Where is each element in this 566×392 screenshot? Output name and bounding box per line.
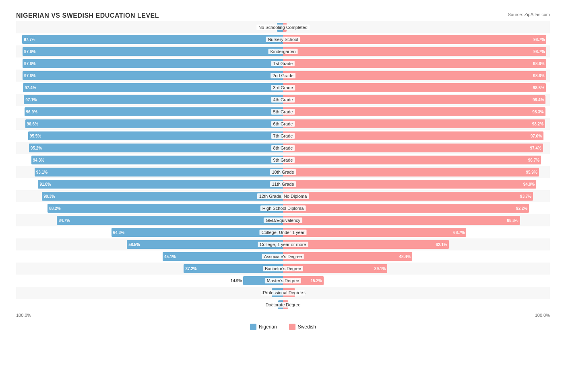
nigerian-swatch [250,324,256,330]
chart-container: NIGERIAN VS SWEDISH EDUCATION LEVEL Sour… [8,8,558,342]
bar-row: 45.1%48.4%Associate's Degree [16,250,550,263]
nigerian-value: 96.9% [26,110,37,114]
bar-row: 14.9%15.2%Master's Degree [16,275,550,287]
bar-row: 96.9%98.3%5th Grade [16,106,550,118]
nigerian-value: 95.2% [31,146,42,150]
bar-row: 95.2%97.4%8th Grade [16,142,550,154]
swedish-value: 98.7% [533,37,545,42]
bar-row: 97.6%98.6%1st Grade [16,57,550,70]
swedish-value: 97.4% [530,146,541,150]
swedish-value: 15.2% [310,279,322,283]
bar-row: 97.1%98.4%4th Grade [16,94,550,106]
swedish-value: 95.9% [526,170,537,174]
swedish-value: 98.6% [533,62,544,66]
nigerian-value: 58.5% [128,242,140,247]
chart-title: NIGERIAN VS SWEDISH EDUCATION LEVEL [16,12,159,19]
bar-row: 88.2%92.2%High School Diploma [16,202,550,214]
legend-swedish: Swedish [289,324,316,330]
nigerian-value: 93.1% [36,170,48,174]
swedish-value: 98.6% [533,74,544,78]
nigerian-value: 1.8% [268,303,277,307]
axis-labels: 100.0% 100.0% [16,313,550,318]
bar-row: 1.8%2%Doctorate Degree [16,299,550,311]
nigerian-value: 84.7% [58,218,70,223]
swedish-value: 98.3% [532,110,543,114]
nigerian-value: 2.3% [266,25,276,30]
swedish-swatch [289,324,295,330]
swedish-value: 1.4% [288,25,297,30]
bar-row: 97.4%98.5%3rd Grade [16,82,550,94]
bar-row: 97.6%98.6%2nd Grade [16,70,550,82]
bar-row: 37.2%39.1%Bachelor's Degree [16,263,550,275]
nigerian-value: 90.3% [43,194,55,199]
nigerian-value: 4.2% [261,291,271,295]
bar-row: 94.3%96.7%9th Grade [16,154,550,166]
bar-row: 97.6%98.7%Kindergarten [16,45,550,57]
axis-left: 100.0% [16,313,31,318]
bar-row: 91.8%94.9%11th Grade [16,178,550,190]
nigerian-value: 88.2% [49,206,60,211]
bar-row: 2.3%1.4%No Schooling Completed [16,21,550,33]
bar-row: 64.3%68.7%College, Under 1 year [16,226,550,238]
bar-row: 58.5%62.1%College, 1 year or more [16,238,550,250]
swedish-value: 93.7% [520,194,531,199]
nigerian-value: 91.8% [39,182,51,187]
nigerian-value: 97.1% [25,98,37,102]
nigerian-value: 97.4% [25,86,36,90]
chart-body: 2.3%1.4%No Schooling Completed97.7%98.7%… [16,21,550,311]
nigerian-value: 97.6% [24,49,35,54]
swedish-value: 62.1% [436,242,447,247]
nigerian-value: 37.2% [185,267,196,271]
swedish-value: 68.7% [453,230,465,235]
swedish-value: 98.5% [533,86,544,90]
swedish-value: 97.6% [531,134,542,138]
bar-row: 84.7%88.8%GED/Equivalency [16,214,550,226]
bar-row: 95.5%97.6%7th Grade [16,130,550,142]
nigerian-value: 94.3% [33,158,44,162]
axis-right: 100.0% [535,313,550,318]
legend-nigerian: Nigerian [250,324,277,330]
nigerian-value: 64.3% [113,230,124,235]
swedish-value: 2% [289,303,295,307]
nigerian-value: 97.6% [24,62,35,66]
swedish-value: 48.4% [399,254,411,259]
bar-row: 97.7%98.7%Nursery School [16,33,550,45]
swedish-value: 96.7% [528,158,539,162]
swedish-value: 98.7% [533,49,545,54]
swedish-value: 39.1% [374,267,386,271]
nigerian-value: 96.6% [27,122,38,126]
legend: Nigerian Swedish [16,324,550,330]
bar-row: 4.2%4.5%Professional Degree [16,287,550,299]
source-text: Source: ZipAtlas.com [508,12,550,17]
swedish-value: 98.2% [532,122,543,126]
swedish-value: 4.5% [296,291,306,295]
nigerian-value: 97.6% [24,74,35,78]
bar-row: 90.3%93.7%12th Grade, No Diploma [16,190,550,202]
swedish-value: 88.8% [507,218,518,223]
swedish-value: 92.2% [516,206,527,211]
bar-row: 93.1%95.9%10th Grade [16,166,550,178]
swedish-label: Swedish [298,324,316,330]
bar-row: 96.6%98.2%6th Grade [16,118,550,130]
nigerian-value: 97.7% [24,37,35,42]
nigerian-value: 14.9% [231,279,242,283]
nigerian-value: 45.1% [164,254,176,259]
nigerian-value: 95.5% [30,134,41,138]
swedish-value: 98.4% [533,98,544,102]
nigerian-label: Nigerian [259,324,277,330]
swedish-value: 94.9% [523,182,535,187]
